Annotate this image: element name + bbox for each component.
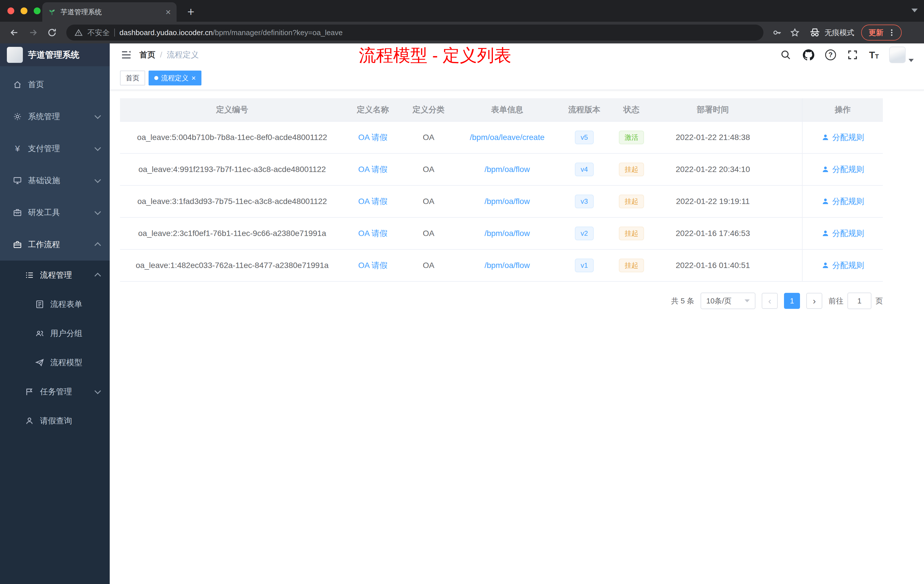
key-icon[interactable]: [770, 26, 784, 40]
form-link[interactable]: /bpm/oa/flow: [485, 197, 530, 206]
user-icon: [822, 261, 830, 269]
sidebar-item-dev-tools[interactable]: 研发工具: [0, 196, 110, 229]
sidebar-item-task-management[interactable]: 任务管理: [0, 377, 110, 406]
definition-name-link[interactable]: OA 请假: [358, 228, 388, 239]
url-path: /bpm/manager/definition?key=oa_leave: [213, 28, 343, 37]
gear-icon: [13, 112, 22, 121]
next-page-button[interactable]: ›: [806, 293, 822, 309]
tab-search-chevron-icon[interactable]: [911, 8, 918, 12]
breadcrumb-separator: /: [160, 50, 162, 59]
sidebar-item-process-model[interactable]: 流程模型: [0, 348, 110, 377]
table-row: oa_leave:2:3c1f0ef1-76b1-11ec-9c66-a2380…: [120, 218, 883, 250]
definition-name-link[interactable]: OA 请假: [358, 196, 388, 207]
chevron-down-icon: [94, 209, 101, 215]
definition-name-link[interactable]: OA 请假: [358, 132, 388, 143]
address-bar[interactable]: 不安全 dashboard.yudao.iocoder.cn/bpm/manag…: [66, 25, 764, 41]
assign-rule-button[interactable]: 分配规则: [822, 228, 864, 239]
sidebar-menu: 首页 系统管理 ¥ 支付管理 基础设施: [0, 66, 110, 584]
sidebar-item-workflow[interactable]: 工作流程: [0, 229, 110, 261]
tab-favicon-plant-icon: [48, 8, 56, 16]
tag-process-definition[interactable]: 流程定义 ×: [148, 71, 201, 86]
sidebar-brand[interactable]: 芋道管理系统: [0, 43, 110, 66]
user-icon: [822, 229, 830, 238]
bookmark-star-icon[interactable]: [788, 26, 802, 40]
page-content: 定义编号 定义名称 定义分类 表单信息 流程版本 状态 部署时间 操作 oa_l…: [110, 90, 924, 584]
search-icon[interactable]: [779, 49, 792, 61]
minimize-window-button[interactable]: [21, 7, 27, 14]
form-link[interactable]: /bpm/oa/leave/create: [470, 133, 544, 142]
zoom-window-button[interactable]: [34, 7, 41, 14]
definition-name-link[interactable]: OA 请假: [358, 164, 388, 175]
url-domain: dashboard.yudao.iocoder.cn: [119, 28, 213, 37]
pagination-total: 共 5 条: [671, 296, 694, 306]
sidebar-item-process-management[interactable]: 流程管理: [0, 261, 110, 290]
table-header-row: 定义编号 定义名称 定义分类 表单信息 流程版本 状态 部署时间 操作: [120, 98, 883, 122]
user-avatar-menu[interactable]: [889, 46, 914, 63]
font-size-icon[interactable]: TT: [869, 50, 879, 60]
toolbox-icon: [13, 208, 22, 218]
tab-close-icon[interactable]: ×: [165, 7, 171, 16]
sidebar-item-home[interactable]: 首页: [0, 69, 110, 101]
form-link[interactable]: /bpm/oa/flow: [485, 165, 530, 174]
send-icon: [35, 358, 45, 368]
status-badge: 挂起: [619, 226, 644, 240]
definition-name-link[interactable]: OA 请假: [358, 260, 388, 271]
browser-tab[interactable]: 芋道管理系统 ×: [42, 2, 177, 22]
briefcase-icon: [13, 240, 22, 249]
browser-tabstrip: 芋道管理系统 × +: [0, 0, 924, 22]
assign-rule-button[interactable]: 分配规则: [822, 164, 864, 175]
forward-button[interactable]: [26, 25, 41, 40]
tag-home[interactable]: 首页: [120, 71, 145, 86]
definition-id: oa_leave:5:004b710b-7b8a-11ec-8ef0-acde4…: [120, 122, 344, 153]
definition-table: 定义编号 定义名称 定义分类 表单信息 流程版本 状态 部署时间 操作 oa_l…: [120, 98, 883, 282]
sidebar-item-user-groups[interactable]: 用户分组: [0, 319, 110, 348]
row-filler: [773, 218, 802, 249]
avatar[interactable]: [889, 46, 906, 63]
tag-close-icon[interactable]: ×: [191, 74, 196, 82]
back-button[interactable]: [7, 25, 22, 40]
hamburger-icon[interactable]: [120, 49, 132, 61]
assign-rule-label: 分配规则: [832, 228, 864, 239]
screen: 芋道管理系统 × + 不安全 dashboard.yudao.iocoder.c…: [0, 0, 924, 584]
main-panel: 首页 / 流程定义 流程模型 - 定义列表 ? TT: [110, 43, 924, 584]
breadcrumb-home[interactable]: 首页: [139, 49, 155, 60]
assign-rule-button[interactable]: 分配规则: [822, 196, 864, 207]
fullscreen-icon[interactable]: [846, 49, 859, 61]
goto-page-input[interactable]: [847, 292, 871, 309]
window-controls: [7, 7, 41, 14]
page-number-1[interactable]: 1: [784, 293, 800, 309]
brand-logo: [7, 47, 23, 63]
form-link[interactable]: /bpm/oa/flow: [485, 261, 530, 270]
new-tab-button[interactable]: +: [184, 5, 198, 19]
security-label[interactable]: 不安全: [87, 28, 110, 38]
browser-update-chip[interactable]: 更新: [861, 25, 902, 41]
sidebar-item-payment-management[interactable]: ¥ 支付管理: [0, 133, 110, 165]
github-icon[interactable]: [802, 49, 815, 61]
sidebar-item-process-form[interactable]: 流程表单: [0, 290, 110, 319]
reload-button[interactable]: [45, 25, 59, 40]
update-label[interactable]: 更新: [869, 28, 883, 38]
list-icon: [25, 270, 34, 280]
close-window-button[interactable]: [7, 7, 14, 14]
tag-label: 流程定义: [161, 73, 188, 82]
assign-rule-button[interactable]: 分配规则: [822, 132, 864, 143]
row-filler: [773, 250, 802, 281]
deploy-time: 2022-01-16 17:46:53: [653, 218, 773, 249]
row-filler: [773, 122, 802, 153]
row-filler: [773, 186, 802, 217]
deploy-time: 2022-01-22 19:19:11: [653, 186, 773, 217]
sidebar-item-leave-query[interactable]: 请假查询: [0, 406, 110, 436]
caret-down-icon: [744, 299, 750, 302]
assign-rule-button[interactable]: 分配规则: [822, 260, 864, 271]
sidebar-item-label: 流程模型: [50, 357, 100, 368]
sidebar-item-system-management[interactable]: 系统管理: [0, 101, 110, 133]
table-row: oa_leave:3:1fad3d93-7b75-11ec-a3c8-acde4…: [120, 186, 883, 218]
prev-page-button[interactable]: ‹: [762, 293, 778, 309]
tab-title: 芋道管理系统: [61, 7, 161, 16]
page-size-select[interactable]: 10条/页: [701, 292, 756, 309]
help-icon[interactable]: ?: [825, 49, 836, 60]
form-link[interactable]: /bpm/oa/flow: [485, 229, 530, 238]
sidebar-item-infrastructure[interactable]: 基础设施: [0, 165, 110, 196]
browser-menu-kebab-icon[interactable]: [888, 28, 896, 37]
version-tag: v5: [575, 130, 594, 144]
